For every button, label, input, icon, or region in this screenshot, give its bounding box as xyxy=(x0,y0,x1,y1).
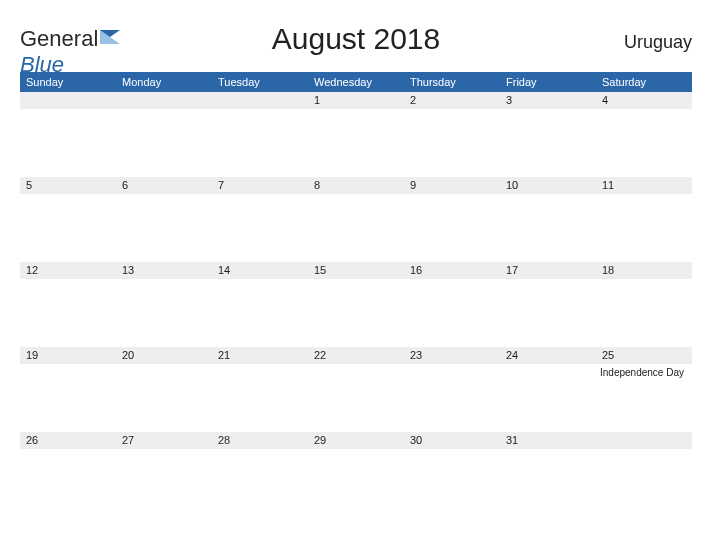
day-cell xyxy=(404,449,500,517)
date-num: 24 xyxy=(500,347,596,364)
event-label: Independence Day xyxy=(600,367,688,378)
day-cell xyxy=(308,364,404,432)
event-row xyxy=(20,279,692,347)
date-num: 23 xyxy=(404,347,500,364)
locale-label: Uruguay xyxy=(624,32,692,53)
calendar-header: General Blue August 2018 Uruguay xyxy=(20,18,692,66)
day-cell xyxy=(308,109,404,177)
day-cell: Independence Day xyxy=(596,364,692,432)
day-cell xyxy=(212,109,308,177)
date-row: 1 2 3 4 xyxy=(20,92,692,109)
week-row: 1 2 3 4 xyxy=(20,92,692,177)
day-cell xyxy=(212,194,308,262)
event-row xyxy=(20,109,692,177)
day-header: Friday xyxy=(500,76,596,88)
day-cell xyxy=(308,449,404,517)
week-row: 19 20 21 22 23 24 25 Independence Day xyxy=(20,347,692,432)
day-cell xyxy=(596,279,692,347)
day-cell xyxy=(596,194,692,262)
event-row: Independence Day xyxy=(20,364,692,432)
date-num: 30 xyxy=(404,432,500,449)
event-row xyxy=(20,449,692,517)
date-num: 20 xyxy=(116,347,212,364)
day-cell xyxy=(500,279,596,347)
day-cell xyxy=(308,279,404,347)
day-cell xyxy=(500,364,596,432)
date-num: 7 xyxy=(212,177,308,194)
day-cell xyxy=(404,279,500,347)
week-row: 12 13 14 15 16 17 18 xyxy=(20,262,692,347)
day-cell xyxy=(116,279,212,347)
date-num: 29 xyxy=(308,432,404,449)
day-cell xyxy=(212,279,308,347)
day-cell xyxy=(20,194,116,262)
date-num: 13 xyxy=(116,262,212,279)
day-cell xyxy=(596,449,692,517)
date-num: 1 xyxy=(308,92,404,109)
date-num: 5 xyxy=(20,177,116,194)
date-num xyxy=(20,92,116,109)
day-cell xyxy=(500,449,596,517)
day-cell xyxy=(500,194,596,262)
day-header: Monday xyxy=(116,76,212,88)
date-num: 6 xyxy=(116,177,212,194)
date-num: 12 xyxy=(20,262,116,279)
calendar: Sunday Monday Tuesday Wednesday Thursday… xyxy=(20,72,692,517)
day-cell xyxy=(116,109,212,177)
date-num: 28 xyxy=(212,432,308,449)
date-num: 25 xyxy=(596,347,692,364)
week-row: 26 27 28 29 30 31 xyxy=(20,432,692,517)
date-row: 12 13 14 15 16 17 18 xyxy=(20,262,692,279)
day-cell xyxy=(20,279,116,347)
date-num: 10 xyxy=(500,177,596,194)
day-cell xyxy=(212,449,308,517)
date-row: 5 6 7 8 9 10 11 xyxy=(20,177,692,194)
event-row xyxy=(20,194,692,262)
day-header: Saturday xyxy=(596,76,692,88)
day-header: Tuesday xyxy=(212,76,308,88)
date-num: 3 xyxy=(500,92,596,109)
date-num: 19 xyxy=(20,347,116,364)
date-num: 21 xyxy=(212,347,308,364)
date-num: 27 xyxy=(116,432,212,449)
date-num: 18 xyxy=(596,262,692,279)
date-num: 31 xyxy=(500,432,596,449)
flag-icon xyxy=(100,30,120,44)
day-cell xyxy=(116,194,212,262)
day-cell xyxy=(116,449,212,517)
day-cell xyxy=(308,194,404,262)
date-num xyxy=(596,432,692,449)
date-num: 16 xyxy=(404,262,500,279)
date-num: 14 xyxy=(212,262,308,279)
day-cell xyxy=(116,364,212,432)
day-cell xyxy=(404,194,500,262)
date-num: 4 xyxy=(596,92,692,109)
date-num: 2 xyxy=(404,92,500,109)
date-row: 26 27 28 29 30 31 xyxy=(20,432,692,449)
day-header: Wednesday xyxy=(308,76,404,88)
day-cell xyxy=(20,449,116,517)
page-title: August 2018 xyxy=(272,22,440,56)
date-num: 17 xyxy=(500,262,596,279)
brand-text-blue: Blue xyxy=(20,52,64,77)
day-cell xyxy=(404,364,500,432)
date-num: 9 xyxy=(404,177,500,194)
date-num: 26 xyxy=(20,432,116,449)
day-header-row: Sunday Monday Tuesday Wednesday Thursday… xyxy=(20,72,692,92)
date-num: 22 xyxy=(308,347,404,364)
day-cell xyxy=(500,109,596,177)
day-cell xyxy=(596,109,692,177)
day-header: Thursday xyxy=(404,76,500,88)
day-cell xyxy=(212,364,308,432)
day-cell xyxy=(404,109,500,177)
date-num: 15 xyxy=(308,262,404,279)
brand-text-general: General xyxy=(20,26,98,51)
date-num xyxy=(212,92,308,109)
day-cell xyxy=(20,109,116,177)
date-row: 19 20 21 22 23 24 25 xyxy=(20,347,692,364)
date-num xyxy=(116,92,212,109)
day-cell xyxy=(20,364,116,432)
brand-logo: General Blue xyxy=(20,26,120,78)
week-row: 5 6 7 8 9 10 11 xyxy=(20,177,692,262)
date-num: 8 xyxy=(308,177,404,194)
